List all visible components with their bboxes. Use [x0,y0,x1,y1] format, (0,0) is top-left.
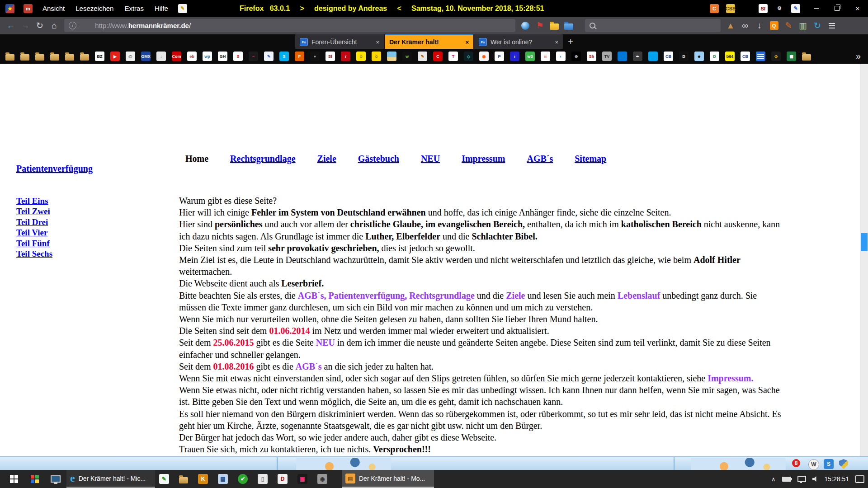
notepad-icon[interactable]: ✎ [178,4,187,13]
pink-wave-icon[interactable]: ~ [249,52,258,61]
nav-sitemap[interactable]: Sitemap [575,154,606,164]
flag-star-icon[interactable]: ★ [5,4,14,13]
action-center-icon[interactable] [855,475,864,483]
pen-icon[interactable]: ✎ [264,52,274,61]
tab-wer-ist-online-[interactable]: FxWer ist online?× [474,34,563,49]
cb-icon[interactable]: CB [741,52,750,61]
purple-text-link[interactable]: AGB´s [296,361,322,371]
list-addon-icon[interactable] [742,4,751,13]
wordpress-icon[interactable]: wp [203,52,212,61]
firefox-icon[interactable]: F [295,52,304,61]
sync-addon-icon[interactable]: ↻ [810,19,825,33]
gear-icon[interactable]: ⚙ [775,4,784,13]
sparkasse-icon[interactable]: S [233,52,243,61]
ebay-icon[interactable]: eb [187,52,197,61]
tv-icon[interactable]: TV [602,52,612,61]
yellow-folder-button[interactable] [547,19,561,33]
windows-logo-icon[interactable] [648,52,658,61]
folder-icon[interactable] [802,54,811,61]
p-frame-icon[interactable]: P [495,52,504,61]
menu-button[interactable] [825,19,839,33]
table-icon[interactable]: ▦ [787,52,796,61]
menu-ansicht[interactable]: Ansicht [42,5,66,12]
tray-expand-icon[interactable]: ∧ [771,476,776,483]
bookmarks-overflow-chevron[interactable]: » [856,51,861,61]
info-icon[interactable]: i [510,52,519,61]
nav-agb-s[interactable]: AGB´s [527,154,553,164]
search-input[interactable] [585,19,721,32]
red-c-icon[interactable]: C [433,52,443,61]
notebook-icon[interactable]: ▤ [218,474,228,484]
blue-folder-button[interactable] [561,19,576,33]
camera-icon[interactable]: ◉ [317,474,327,484]
quickjava-icon[interactable]: Q [767,19,781,33]
palm-photo-icon[interactable] [387,52,396,61]
page-scrollbar[interactable] [860,64,868,456]
nav-impressum[interactable]: Impressum [462,154,505,164]
purple-text-link[interactable]: NEU [316,338,335,347]
key-icon[interactable]: K [198,474,208,484]
shield-icon[interactable] [839,459,849,469]
youtube-icon[interactable]: ▶ [110,52,120,61]
hat-addon-icon[interactable]: ▲ [723,19,738,33]
battery-icon[interactable] [782,477,791,482]
scriptsafe-icon[interactable]: Sf [759,4,768,13]
d-green-icon[interactable]: D [710,52,719,61]
bz-icon[interactable]: BZ [95,52,104,61]
globe-gray-icon[interactable]: ⊕ [571,52,581,61]
gh-icon[interactable]: GH [218,52,227,61]
css-icon[interactable]: CSS [726,4,735,13]
network-icon[interactable] [797,476,806,482]
red-r-icon[interactable]: r [341,52,350,61]
volume-icon[interactable] [812,476,818,482]
download-icon[interactable]: ↓ [156,52,166,61]
sidebar-link-teil-drei[interactable]: Teil Drei [16,217,52,227]
colorful-grid-icon[interactable] [25,470,44,488]
at-sign-icon[interactable]: @ [126,52,135,61]
menu-hilfe[interactable]: Hilfe [154,5,169,12]
people-icon[interactable]: ii [541,52,550,61]
menu-lesezeichen[interactable]: Lesezeichen [75,5,114,12]
smiley-icon[interactable]: ☺ [372,52,381,61]
letter-m-icon[interactable]: m [24,4,33,13]
folder-icon[interactable] [65,54,74,61]
monitor-chart-icon[interactable] [46,470,65,488]
nav-g-stebuch[interactable]: Gästebuch [358,154,399,164]
w3-icon[interactable]: w3 [525,52,535,61]
menu-extras[interactable]: Extras [123,5,145,12]
clipboard-icon[interactable]: ✎ [418,52,427,61]
notes-addon-icon[interactable]: ✎ [791,4,800,13]
folder-icon[interactable] [50,54,59,61]
new-tab-button[interactable]: + [564,34,577,49]
nav-rechtsgrundlage[interactable]: Rechtsgrundlage [230,154,295,164]
nav-neu[interactable]: NEU [421,154,440,164]
gray-dot-icon[interactable]: ● [310,52,320,61]
start-button[interactable] [4,470,24,488]
cb-icon[interactable]: CB [664,52,673,61]
folder-icon[interactable] [5,54,14,61]
head-icon[interactable]: ☻ [694,52,704,61]
quill-icon[interactable]: ✒ [633,52,642,61]
windows-tiles-icon[interactable] [618,52,627,61]
video-addon-icon[interactable]: ▥ [796,19,810,33]
king-icon[interactable]: ♔ [771,52,781,61]
scrollbar-thumb[interactable] [861,233,868,251]
w-circle-icon[interactable]: W [808,459,819,470]
sidebar-link-teil-eins[interactable]: Teil Eins [16,196,52,206]
diamond-icon[interactable]: ◇ [464,52,473,61]
green-w-icon[interactable]: w [402,52,412,61]
restore-button[interactable] [826,0,847,17]
notification-badge[interactable]: 8 [792,459,800,467]
folder-icon[interactable] [80,54,89,61]
list-icon[interactable] [756,52,765,61]
close-button[interactable]: × [847,0,868,17]
purple-text-link[interactable]: Ziele [506,291,525,300]
tab-close-icon[interactable]: × [555,39,558,46]
taskbar-task-edge[interactable]: e Der Krämer halt! - Mic... [66,470,155,488]
d-red-icon[interactable]: D [278,474,288,484]
person-flag-icon[interactable]: ⚑ [533,19,547,33]
purple-text-link[interactable]: Impressum. [708,373,753,383]
home-button[interactable]: ⌂ [47,19,61,33]
tab-der-kr-mer-halt-[interactable]: Der Krämer halt!× [385,34,473,49]
skype-icon[interactable]: S [279,52,289,61]
